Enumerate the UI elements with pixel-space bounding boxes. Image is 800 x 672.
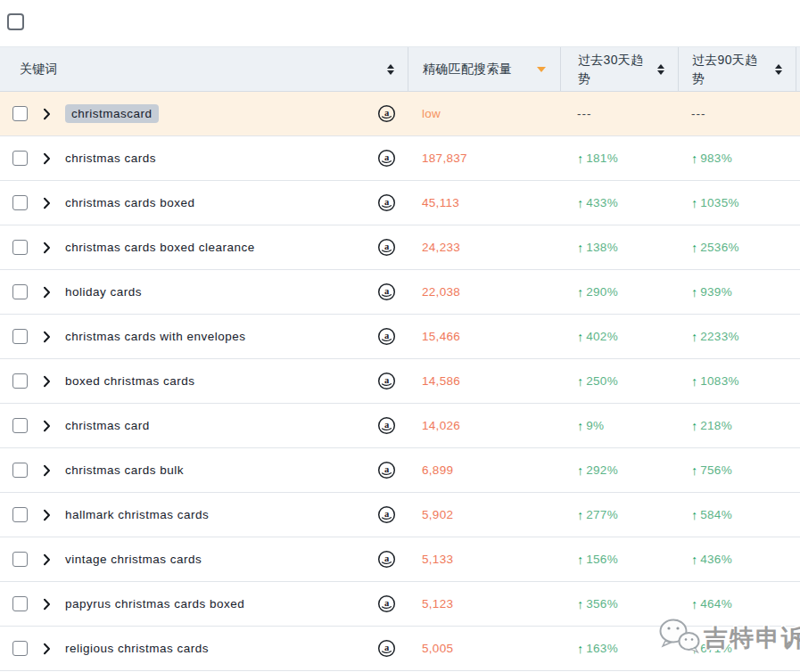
keyword-cell: christmascard a [0,104,408,123]
up-arrow-icon: ↑ [577,374,583,389]
amazon-marketplace-icon[interactable]: a [377,193,396,212]
amazon-marketplace-icon[interactable]: a [377,327,396,346]
amazon-marketplace-icon[interactable]: a [377,550,396,569]
up-arrow-icon: ↑ [577,152,583,166]
chevron-right-icon[interactable] [43,331,51,343]
up-arrow-icon: ↑ [691,642,697,656]
keyword-text[interactable]: christmas cards boxed clearance [65,241,255,254]
header-stub [796,47,800,91]
chevron-right-icon[interactable] [43,509,51,521]
amazon-marketplace-icon[interactable]: a [377,283,396,301]
trend-30d-value: ↑290% [560,285,678,299]
trend-30d-percent: 402% [586,330,618,343]
trend-30d-value: ↑277% [560,508,678,522]
trend-90d-value: ↑464% [678,597,796,611]
chevron-right-icon[interactable] [43,643,51,655]
chevron-right-icon[interactable] [43,420,51,432]
trend-90d-percent: --- [691,107,706,120]
sort-icon-keyword[interactable] [387,64,394,75]
trend-90d-value: ↑1035% [678,196,796,210]
row-checkbox[interactable] [12,552,28,567]
chevron-right-icon[interactable] [43,598,51,611]
trend-30d-percent: 433% [586,196,618,209]
row-checkbox[interactable] [12,240,28,255]
chevron-right-icon[interactable] [43,286,51,299]
row-checkbox[interactable] [12,641,28,656]
up-arrow-icon: ↑ [691,285,697,299]
keyword-cell: papyrus christmas cards boxed a [0,594,408,613]
sort-icon-trend-90d[interactable] [775,64,782,75]
row-checkbox[interactable] [12,284,28,299]
trend-90d-percent: 584% [700,508,732,521]
keyword-text[interactable]: vintage christmas cards [65,553,202,566]
chevron-right-icon[interactable] [43,197,51,209]
amazon-marketplace-icon[interactable]: a [377,639,396,658]
keyword-text[interactable]: holiday cards [65,285,142,299]
table-row: vintage christmas cards a 5,133 ↑156% ↑4… [0,537,800,582]
trend-30d-percent: --- [577,107,592,120]
row-checkbox[interactable] [12,329,28,344]
search-volume-value: 5,123 [408,597,560,611]
svg-text:a: a [384,331,390,340]
amazon-marketplace-icon[interactable]: a [377,238,396,257]
keyword-text[interactable]: papyrus christmas cards boxed [65,597,244,611]
keyword-text[interactable]: christmas card [65,419,150,432]
chevron-right-icon[interactable] [43,464,51,477]
row-checkbox[interactable] [12,507,28,522]
search-volume-value: 14,586 [408,374,560,388]
trend-90d-value: ↑983% [678,152,796,166]
amazon-marketplace-icon[interactable]: a [377,104,396,123]
trend-30d-percent: 290% [586,285,618,299]
amazon-marketplace-icon[interactable]: a [377,505,396,524]
chevron-right-icon[interactable] [43,152,51,165]
sort-desc-icon [775,70,782,75]
trend-30d-value: ↑156% [560,553,678,567]
keyword-text[interactable]: christmas cards [65,152,156,165]
row-checkbox[interactable] [12,106,28,121]
trend-90d-percent: 464% [700,597,732,611]
row-checkbox[interactable] [12,418,28,433]
keyword-text[interactable]: christmascard [65,104,159,123]
amazon-marketplace-icon[interactable]: a [377,594,396,613]
svg-text:a: a [384,375,390,385]
keyword-cell: christmas card a [0,416,408,435]
chevron-right-icon[interactable] [43,553,51,566]
up-arrow-icon: ↑ [691,553,697,567]
trend-90d-value: ↑671% [678,642,796,656]
column-label-keyword: 关键词 [20,61,58,78]
row-checkbox[interactable] [12,463,28,478]
amazon-marketplace-icon[interactable]: a [377,416,396,435]
table-row: boxed christmas cards a 14,586 ↑250% ↑10… [0,359,800,404]
keyword-cell: christmas cards a [0,149,408,168]
row-checkbox[interactable] [12,373,28,389]
up-arrow-icon: ↑ [691,419,697,433]
amazon-marketplace-icon[interactable]: a [377,372,396,390]
chevron-right-icon[interactable] [43,242,51,254]
keyword-text[interactable]: hallmark christmas cards [65,508,209,521]
select-all-checkbox[interactable] [7,13,24,30]
row-checkbox[interactable] [12,195,28,210]
sort-icon-trend-30d[interactable] [657,64,664,75]
search-volume-value: 15,466 [408,330,560,343]
chevron-right-icon[interactable] [43,108,51,120]
keyword-text[interactable]: christmas cards bulk [65,463,184,477]
keyword-text[interactable]: christmas cards with envelopes [65,330,246,343]
keyword-cell: christmas cards boxed a [0,193,408,212]
trend-90d-value: ↑2536% [678,241,796,255]
row-checkbox[interactable] [12,596,28,611]
column-header-keyword: 关键词 [0,47,408,91]
keyword-cell: boxed christmas cards a [0,372,408,390]
trend-30d-percent: 138% [586,241,618,254]
svg-text:a: a [384,643,390,652]
keyword-text[interactable]: boxed christmas cards [65,374,195,388]
sort-icon-search-volume-active-desc[interactable] [537,67,546,72]
chevron-right-icon[interactable] [43,375,51,388]
amazon-marketplace-icon[interactable]: a [377,149,396,168]
svg-text:a: a [384,553,390,563]
keyword-text[interactable]: religious christmas cards [65,642,209,655]
keyword-text[interactable]: christmas cards boxed [65,196,195,209]
row-checkbox[interactable] [12,151,28,166]
keyword-cell: hallmark christmas cards a [0,505,408,524]
column-header-trend-30d: 过去30天趋势 [560,47,678,91]
amazon-marketplace-icon[interactable]: a [377,461,396,479]
